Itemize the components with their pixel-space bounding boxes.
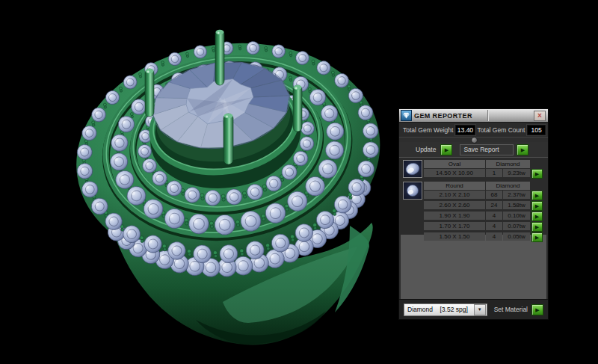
update-label: Update <box>416 146 436 153</box>
run-arrow-icon: ▶ <box>535 224 539 229</box>
row-action-button[interactable]: ▶ <box>531 169 543 179</box>
table-row: 2.10 X 2.10682.37tw▶ <box>424 191 548 200</box>
gem-size-cell: 14.50 X 10.90 <box>424 169 485 177</box>
row-action-button[interactable]: ▶ <box>531 191 543 200</box>
gem-size-cell: 2.10 X 2.10 <box>424 191 485 199</box>
material-bar: Diamond [3.52 spg] ▼ Set Material ▶ <box>399 299 548 319</box>
round-gem-thumb <box>403 182 422 200</box>
gem-group-header: RoundDiamond <box>424 182 548 190</box>
gem-weight-cell: 1.58tw <box>503 201 530 209</box>
table-row: 1.70 X 1.7040.07tw▶ <box>424 222 548 232</box>
gem-size-cell: 2.60 X 2.60 <box>424 201 485 209</box>
run-arrow-icon: ▶ <box>535 307 539 312</box>
gem-weight-cell: 9.23tw <box>503 169 530 177</box>
dropdown-arrow-icon[interactable]: ▼ <box>474 304 486 315</box>
gem-material-header: Diamond <box>486 160 530 168</box>
gem-reporter-panel: GEM REPORTER × Total Gem Weight 13.40 To… <box>398 108 549 320</box>
row-action-button[interactable]: ▶ <box>531 212 543 221</box>
oval-gem-thumb <box>403 160 422 178</box>
table-row: 14.50 X 10.9019.23tw▶ <box>424 169 548 179</box>
gem-group-header: OvalDiamond <box>424 160 548 168</box>
row-action-button[interactable]: ▶ <box>531 222 543 232</box>
panel-divider <box>399 137 548 142</box>
gem-group: RoundDiamond2.10 X 2.10682.37tw▶2.60 X 2… <box>403 182 548 242</box>
gem-count-cell: 1 <box>486 169 502 177</box>
save-report-run-button[interactable]: ▶ <box>517 144 528 155</box>
table-row: 2.60 X 2.60241.58tw▶ <box>424 201 548 211</box>
gem-weight-cell: 0.07tw <box>503 222 530 230</box>
totals-row: Total Gem Weight 13.40 Total Gem Count 1… <box>399 123 548 137</box>
table-row: 1.90 X 1.9040.10tw▶ <box>424 212 548 221</box>
save-report-label: Save Report <box>460 144 514 155</box>
gem-weight-cell: 0.10tw <box>503 212 530 220</box>
set-material-run-button[interactable]: ▶ <box>531 304 543 315</box>
run-arrow-icon: ▶ <box>535 214 539 219</box>
titlebar-divider <box>487 110 488 121</box>
gem-weight-cell: 0.05tw <box>503 232 530 241</box>
material-dropdown[interactable]: Diamond [3.52 spg] ▼ <box>404 303 487 316</box>
gem-group: OvalDiamond14.50 X 10.9019.23tw▶ <box>403 160 548 179</box>
set-material-label: Set Material <box>494 306 528 313</box>
gem-count-cell: 4 <box>486 212 502 220</box>
total-weight-value: 13.40 <box>455 125 475 135</box>
panel-body-empty <box>401 235 546 299</box>
row-action-button[interactable]: ▶ <box>531 232 543 242</box>
table-row: 1.50 X 1.5040.05tw▶ <box>424 232 548 242</box>
run-arrow-icon: ▶ <box>445 147 449 152</box>
run-arrow-icon: ▶ <box>535 203 539 209</box>
gem-shape-header: Round <box>424 182 485 190</box>
material-dropdown-value: Diamond [3.52 spg] <box>404 306 474 313</box>
gem-count-cell: 24 <box>486 201 502 209</box>
run-arrow-icon: ▶ <box>535 235 539 240</box>
gem-reporter-icon <box>401 110 412 121</box>
panel-titlebar[interactable]: GEM REPORTER × <box>399 109 548 123</box>
panel-title: GEM REPORTER <box>414 112 472 120</box>
gem-size-cell: 1.50 X 1.50 <box>424 232 485 241</box>
total-weight-label: Total Gem Weight <box>403 126 453 134</box>
gem-material-header: Diamond <box>486 182 530 190</box>
total-count-value: 105 <box>527 125 546 135</box>
gem-count-cell: 4 <box>486 232 502 241</box>
gem-table: OvalDiamond14.50 X 10.9019.23tw▶RoundDia… <box>399 157 548 235</box>
total-count-label: Total Gem Count <box>478 126 525 134</box>
gem-size-cell: 1.90 X 1.90 <box>424 212 485 220</box>
row-action-button[interactable]: ▶ <box>531 201 543 211</box>
run-arrow-icon: ▶ <box>535 171 539 176</box>
actions-row: Update ▶ Save Report ▶ <box>399 142 548 157</box>
gem-weight-cell: 2.37tw <box>503 191 530 199</box>
gem-size-cell: 1.70 X 1.70 <box>424 222 485 230</box>
collapse-grip[interactable] <box>471 137 478 144</box>
run-arrow-icon: ▶ <box>521 147 525 152</box>
run-arrow-icon: ▶ <box>535 193 539 198</box>
gem-count-cell: 68 <box>486 191 502 199</box>
close-icon[interactable]: × <box>534 111 546 121</box>
gem-count-cell: 4 <box>486 222 502 230</box>
update-run-button[interactable]: ▶ <box>440 144 452 155</box>
gem-shape-header: Oval <box>424 160 485 168</box>
